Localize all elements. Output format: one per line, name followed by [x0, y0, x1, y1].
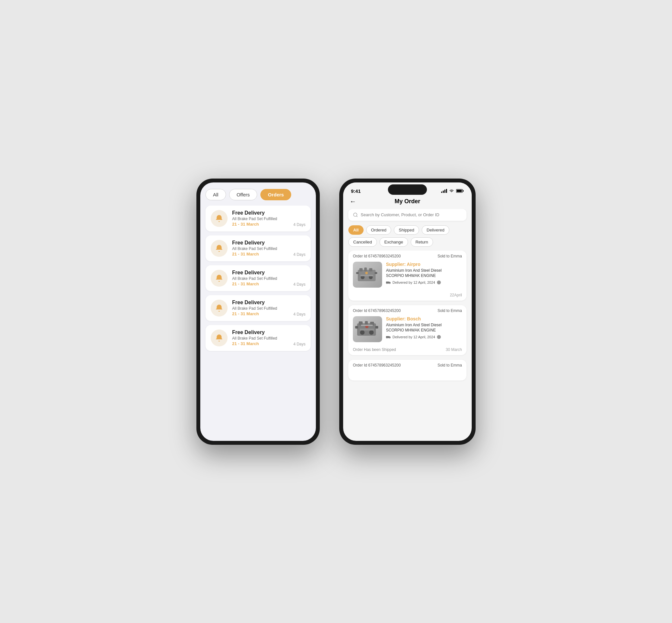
- notif-date-5: 21 - 31 March: [232, 341, 289, 346]
- filter-row: All Ordered Shipped Delivered Cancelled …: [343, 225, 472, 247]
- order-card-3[interactable]: Order Id 674578963245200 Sold to Emma: [348, 360, 467, 381]
- order-id-2: Order Id 674578963245200: [353, 308, 401, 313]
- notif-date-4: 21 - 31 March: [232, 312, 289, 316]
- filter-all[interactable]: All: [348, 225, 363, 235]
- product-line1-2: Aluminium Iron And Steel Diesel: [386, 322, 462, 328]
- phone-notifications: All Offers Orders Free Delivery All Brak…: [196, 179, 320, 445]
- notif-days-3: 4 Days: [293, 282, 305, 287]
- engine-icon-1: [354, 263, 380, 286]
- engine-icon-2: [354, 318, 380, 340]
- svg-rect-28: [375, 326, 378, 329]
- notif-body-1: Free Delivery All Brake Pad Set Fulfille…: [232, 210, 289, 227]
- card-footer-2: Order Has been Shipped 30 March: [348, 346, 467, 355]
- filter-delivered[interactable]: Delivered: [422, 225, 449, 235]
- search-icon: [353, 212, 358, 217]
- sold-to-1: Sold to Emma: [438, 254, 462, 259]
- product-line2-2: SCORPIO MHWAK ENGINE: [386, 328, 462, 333]
- notification-card-1[interactable]: Free Delivery All Brake Pad Set Fulfille…: [205, 206, 311, 232]
- card-footer-1: 22April: [348, 292, 467, 301]
- svg-rect-27: [355, 326, 358, 329]
- svg-point-30: [369, 330, 374, 335]
- svg-rect-24: [359, 321, 362, 325]
- order-card-header-1: Order Id 674578963245200 Sold to Emma: [348, 250, 467, 262]
- filter-return[interactable]: Return: [411, 237, 433, 247]
- bell-icon-wrap: [211, 210, 228, 227]
- filter-cancelled[interactable]: Cancelled: [348, 237, 377, 247]
- bell-icon-3: [215, 274, 223, 283]
- notification-card-5[interactable]: Free Delivery All Brake Pad Set Fulfille…: [205, 325, 311, 351]
- battery-icon: [456, 189, 464, 193]
- delivery-text-1: Delivered by 12 April, 2024: [392, 280, 435, 285]
- notif-date-2: 21 - 31 March: [232, 251, 289, 257]
- notif-title-4: Free Delivery: [232, 300, 289, 305]
- phone-my-order: 9:41: [339, 179, 476, 445]
- sold-to-3: Sold to Emma: [438, 363, 462, 367]
- bell-icon: [215, 214, 223, 223]
- svg-point-7: [353, 213, 357, 216]
- tab-all[interactable]: All: [205, 189, 226, 200]
- notif-days-2: 4 Days: [293, 252, 305, 257]
- notif-title-3: Free Delivery: [232, 270, 289, 276]
- filter-exchange[interactable]: Exchange: [380, 237, 408, 247]
- status-dot-1: [437, 280, 441, 285]
- notif-body-2: Free Delivery All Brake Pad Set Fulfille…: [232, 240, 289, 257]
- product-line1-1: Aluminium Iron And Steel Diesel: [386, 268, 462, 273]
- notifications-list: Free Delivery All Brake Pad Set Fulfille…: [205, 206, 311, 351]
- svg-rect-14: [375, 272, 377, 274]
- svg-rect-31: [360, 329, 374, 330]
- wifi-icon: [449, 189, 454, 193]
- signal-icon: [441, 189, 447, 193]
- date-label-1: 22April: [450, 293, 462, 297]
- tab-orders[interactable]: Orders: [260, 189, 291, 200]
- status-dot-2: [437, 335, 441, 339]
- page-header: ← My Order: [343, 195, 472, 209]
- truck-icon-1: [386, 280, 390, 285]
- svg-point-36: [386, 338, 387, 338]
- notif-title-2: Free Delivery: [232, 240, 289, 246]
- tab-offers[interactable]: Offers: [229, 189, 258, 200]
- order-card-1[interactable]: Order Id 674578963245200 Sold to Emma: [348, 250, 467, 301]
- notif-date-3: 21 - 31 March: [232, 281, 289, 286]
- sold-to-2: Sold to Emma: [438, 308, 462, 313]
- product-line2-1: SCORPIO MHWAK ENGINE: [386, 273, 462, 278]
- svg-rect-19: [386, 281, 389, 284]
- page-title: My Order: [395, 198, 420, 205]
- search-input[interactable]: [361, 212, 462, 217]
- svg-point-37: [389, 338, 390, 338]
- bell-icon-wrap-2: [211, 240, 228, 257]
- bell-icon-2: [215, 244, 223, 253]
- bell-icon-wrap-3: [211, 270, 228, 287]
- order-card-2[interactable]: Order Id 674578963245200 Sold to Emma: [348, 305, 467, 355]
- supplier-name-1: Supplier: Airpro: [386, 262, 462, 267]
- delivery-info-1: Delivered by 12 April, 2024: [386, 280, 462, 285]
- notif-sub-3: All Brake Pad Set Fulfilled: [232, 276, 289, 281]
- notif-sub-1: All Brake Pad Set Fulfilled: [232, 216, 289, 221]
- date-label-2: 30 March: [446, 347, 462, 352]
- svg-rect-13: [356, 272, 359, 274]
- notification-card-3[interactable]: Free Delivery All Brake Pad Set Fulfille…: [205, 265, 311, 291]
- truck-icon-2: [386, 335, 390, 339]
- bell-icon-wrap-5: [211, 329, 228, 347]
- notif-title-5: Free Delivery: [232, 329, 289, 335]
- notif-date-1: 21 - 31 March: [232, 222, 289, 227]
- notif-sub-4: All Brake Pad Set Fulfilled: [232, 306, 289, 311]
- bell-icon-wrap-4: [211, 300, 228, 317]
- svg-rect-1: [443, 190, 444, 193]
- svg-rect-12: [369, 268, 372, 271]
- notif-sub-5: All Brake Pad Set Fulfilled: [232, 336, 289, 340]
- order-card-header-2: Order Id 674578963245200 Sold to Emma: [348, 305, 467, 316]
- notif-days-4: 4 Days: [293, 312, 305, 317]
- back-button[interactable]: ←: [350, 198, 356, 205]
- svg-point-18: [365, 272, 368, 274]
- filter-shipped[interactable]: Shipped: [394, 225, 419, 235]
- phone-notch: [388, 184, 427, 195]
- svg-point-29: [360, 330, 364, 335]
- notification-card-2[interactable]: Free Delivery All Brake Pad Set Fulfille…: [205, 235, 311, 261]
- search-bar[interactable]: [348, 209, 467, 221]
- order-card-body-2: Supplier: Bosch Aluminium Iron And Steel…: [348, 316, 467, 346]
- notif-body-5: Free Delivery All Brake Pad Set Fulfille…: [232, 329, 289, 346]
- notification-card-4[interactable]: Free Delivery All Brake Pad Set Fulfille…: [205, 295, 311, 321]
- svg-rect-6: [457, 190, 462, 192]
- svg-rect-2: [444, 189, 445, 193]
- filter-ordered[interactable]: Ordered: [366, 225, 391, 235]
